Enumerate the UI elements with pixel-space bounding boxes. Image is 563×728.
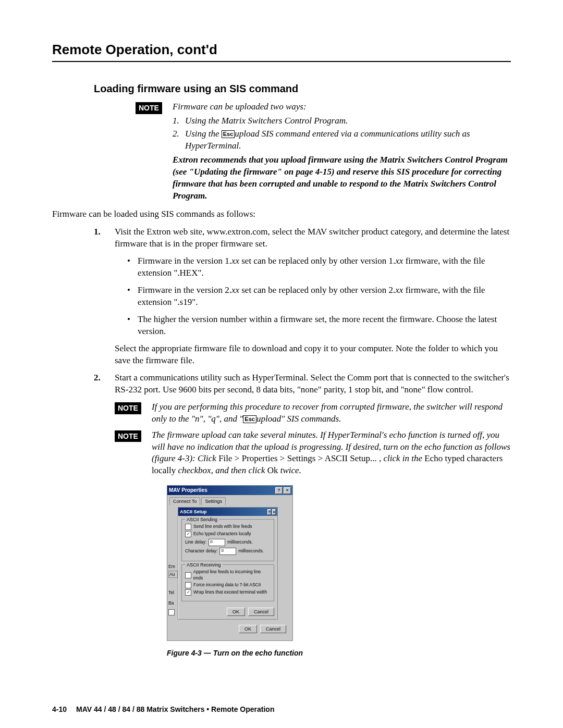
- background-cut-labels: Em Au Tel Ba: [168, 562, 178, 618]
- step-text: Visit the Extron web site, www.extron.co…: [115, 226, 511, 250]
- ok-button[interactable]: OK: [227, 608, 245, 616]
- note-intro: Firmware can be uploaded two ways:: [173, 101, 511, 113]
- note-recommendation: Extron recommends that you upload firmwa…: [173, 154, 511, 202]
- step-number: 2.: [94, 372, 115, 396]
- char-delay-input[interactable]: 0: [219, 548, 236, 555]
- ascii-sending-group: ASCII Sending Send line ends with line f…: [181, 519, 274, 561]
- footer-text: MAV 44 / 48 / 84 / 88 Matrix Switchers •…: [76, 705, 274, 713]
- note-body: If you are performing this procedure to …: [152, 401, 511, 425]
- checkbox-label: Force incoming data to 7-bit ASCII: [193, 582, 261, 588]
- titlebar: ASCII Setup ? ×: [178, 508, 277, 516]
- step-tail: Select the appropriate firmware file to …: [115, 343, 511, 367]
- bullet-item: • The higher the version number within a…: [127, 314, 511, 338]
- checkbox-row: ✓ Echo typed characters locally: [185, 531, 271, 537]
- procedure-step: 1. Visit the Extron web site, www.extron…: [94, 226, 511, 366]
- checkbox-row: ✓ Wrap lines that exceed terminal width: [185, 589, 271, 596]
- lead-paragraph: Firmware can be loaded using SIS command…: [52, 208, 511, 220]
- tab-connect-to[interactable]: Connect To: [169, 497, 200, 505]
- step-text: Start a communications utility such as H…: [115, 372, 511, 396]
- unit-label: milliseconds.: [238, 548, 264, 554]
- note-list-item: 2. Using the Escupload SIS command enter…: [173, 128, 511, 152]
- window-title: MAV Properties: [169, 487, 207, 494]
- note-label: NOTE: [136, 102, 162, 114]
- page-footer: 4-10MAV 44 / 48 / 84 / 88 Matrix Switche…: [52, 705, 511, 713]
- item-number: 1.: [173, 115, 185, 127]
- cancel-button[interactable]: Cancel: [248, 608, 274, 616]
- field-label: Character delay:: [185, 548, 217, 554]
- checkbox-icon[interactable]: ✓: [185, 531, 191, 537]
- line-delay-row: Line delay: 0 milliseconds.: [185, 539, 271, 546]
- bullet-text: Firmware in the version 2.xx set can be …: [138, 285, 511, 309]
- cancel-button[interactable]: Cancel: [260, 625, 286, 633]
- checkbox-label: Send line ends with line feeds: [193, 524, 252, 529]
- section-heading: Loading firmware using an SIS command: [94, 83, 511, 95]
- inner-button-row: OK Cancel: [178, 604, 277, 619]
- help-icon[interactable]: ?: [275, 487, 283, 494]
- step-body: Visit the Extron web site, www.extron.co…: [115, 226, 511, 366]
- page-number: 4-10: [52, 705, 67, 713]
- bullet-icon: •: [127, 285, 138, 309]
- char-delay-row: Character delay: 0 milliseconds.: [185, 548, 271, 555]
- esc-key-icon: Esc: [222, 130, 235, 138]
- help-icon[interactable]: ?: [267, 509, 271, 515]
- group-legend: ASCII Receiving: [185, 562, 223, 568]
- dialog-body: Em Au Tel Ba ASCII Setup ? ×: [167, 505, 292, 640]
- mav-properties-dialog: MAV Properties ? × Connect To Settings E…: [167, 485, 293, 641]
- header-rule: [52, 61, 511, 62]
- content-block: NOTE Firmware can be uploaded two ways: …: [136, 101, 511, 658]
- checkbox-icon[interactable]: [168, 609, 175, 615]
- checkbox-icon[interactable]: [185, 582, 191, 588]
- bullet-text: Firmware in the version 1.xx set can be …: [138, 255, 511, 279]
- procedure-step: 2. Start a communications utility such a…: [94, 372, 511, 396]
- checkbox-row: Append line feeds to incoming line ends: [185, 569, 271, 581]
- bullet-item: • Firmware in the version 2.xx set can b…: [127, 285, 511, 309]
- step-bullets: • Firmware in the version 1.xx set can b…: [127, 255, 511, 338]
- item-text: Using the Escupload SIS command entered …: [185, 128, 511, 152]
- bullet-icon: •: [127, 255, 138, 279]
- bullet-icon: •: [127, 314, 138, 338]
- bullet-text: The higher the version number within a f…: [138, 314, 511, 338]
- note-body: The firmware upload can take several min…: [152, 429, 511, 477]
- esc-key-icon: Esc: [243, 415, 256, 423]
- note-block-2: NOTE If you are performing this procedur…: [115, 401, 511, 425]
- page: Remote Operation, cont'd Loading firmwar…: [0, 0, 563, 728]
- step-body: Start a communications utility such as H…: [115, 372, 511, 396]
- group-legend: ASCII Sending: [185, 516, 219, 523]
- item-number: 2.: [173, 128, 185, 152]
- checkbox-label: Echo typed characters locally: [193, 531, 251, 537]
- note-block-3: NOTE The firmware upload can take severa…: [115, 429, 511, 477]
- note-label: NOTE: [115, 430, 141, 442]
- note-body: Firmware can be uploaded two ways: 1. Us…: [173, 101, 511, 202]
- note-list-item: 1. Using the Matrix Switchers Control Pr…: [173, 115, 511, 127]
- ok-button[interactable]: OK: [239, 625, 257, 633]
- note-label: NOTE: [115, 402, 141, 414]
- procedure-list: 1. Visit the Extron web site, www.extron…: [94, 226, 511, 396]
- step-number: 1.: [94, 226, 115, 366]
- ascii-setup-dialog: ASCII Setup ? × ASCII Sending Send line …: [178, 507, 278, 620]
- field-label: Line delay:: [185, 539, 206, 545]
- unit-label: milliseconds.: [227, 539, 253, 545]
- figure-block: MAV Properties ? × Connect To Settings E…: [167, 485, 511, 658]
- figure-caption: Figure 4-3 — Turn on the echo function: [167, 648, 511, 658]
- running-header: Remote Operation, cont'd: [52, 42, 511, 58]
- note-list: 1. Using the Matrix Switchers Control Pr…: [173, 115, 511, 152]
- ascii-receiving-group: ASCII Receiving Append line feeds to inc…: [181, 564, 274, 601]
- checkbox-icon[interactable]: [185, 524, 191, 530]
- checkbox-icon[interactable]: [185, 572, 191, 578]
- titlebar: MAV Properties ? ×: [167, 486, 292, 495]
- checkbox-row: Force incoming data to 7-bit ASCII: [185, 582, 271, 588]
- checkbox-label: Wrap lines that exceed terminal width: [193, 589, 267, 595]
- tabs-row: Connect To Settings: [167, 495, 292, 505]
- checkbox-icon[interactable]: ✓: [185, 589, 191, 596]
- close-icon[interactable]: ×: [272, 509, 276, 515]
- line-delay-input[interactable]: 0: [209, 539, 225, 546]
- checkbox-row: Send line ends with line feeds: [185, 524, 271, 530]
- bullet-item: • Firmware in the version 1.xx set can b…: [127, 255, 511, 279]
- close-icon[interactable]: ×: [284, 487, 291, 494]
- outer-button-row: OK Cancel: [170, 620, 289, 636]
- item-text: Using the Matrix Switchers Control Progr…: [185, 115, 348, 127]
- window-title: ASCII Setup: [180, 509, 207, 515]
- note-block-1: NOTE Firmware can be uploaded two ways: …: [136, 101, 511, 202]
- checkbox-label: Append line feeds to incoming line ends: [193, 569, 271, 581]
- tab-settings[interactable]: Settings: [201, 497, 226, 505]
